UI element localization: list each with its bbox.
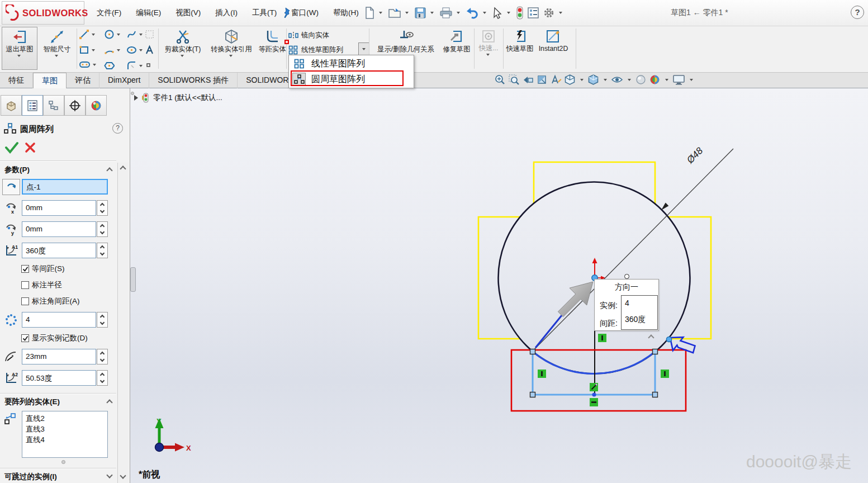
exit-sketch-button[interactable]: 退出草图 <box>2 27 37 70</box>
reverse-direction-button[interactable] <box>2 179 20 195</box>
rapid-dropdown-icon[interactable] <box>486 54 490 56</box>
select-cursor-icon[interactable] <box>490 6 505 20</box>
instant2d-button[interactable]: Instant2D <box>534 27 572 71</box>
feature-tree-root-label[interactable]: 零件1 (默认<<默认... <box>153 93 222 103</box>
slot-tool-button[interactable] <box>79 60 100 69</box>
rectangle-tool-button[interactable] <box>79 45 99 55</box>
tab-sketch[interactable]: 草图 <box>33 73 67 88</box>
skip-expand-icon[interactable] <box>106 472 112 478</box>
circle-dropdown-icon[interactable] <box>117 34 120 36</box>
mirror-entities-button[interactable]: 镜向实体 <box>288 29 329 42</box>
pin-icon[interactable] <box>282 7 292 18</box>
line-tool-button[interactable] <box>79 29 99 40</box>
feature-tree-flyout[interactable]: 零件1 (默认<<默认... <box>134 93 222 103</box>
edit-appearance-icon[interactable] <box>635 74 647 86</box>
hide-show-dropdown-icon[interactable] <box>628 79 631 81</box>
dimension-text[interactable]: Ø48 <box>684 145 705 166</box>
tab-addins[interactable]: SOLIDWORKS 插件 <box>149 73 238 88</box>
circle-tool-button[interactable] <box>104 29 124 40</box>
center-y-spinner[interactable] <box>97 221 108 237</box>
cancel-button[interactable] <box>25 142 36 153</box>
panel-scrollbar[interactable] <box>117 163 129 483</box>
menu-view[interactable]: 视图(V) <box>168 4 208 21</box>
menu-insert[interactable]: 插入(I) <box>208 4 245 21</box>
settings-gear-icon[interactable] <box>541 6 557 20</box>
fillet-tool-button[interactable] <box>126 60 146 71</box>
entity-item[interactable]: 直线2 <box>26 413 107 424</box>
rebuild-traffic-light-icon[interactable] <box>514 5 525 21</box>
total-angle-field[interactable]: 360度 <box>22 243 96 258</box>
spline-tool-button[interactable] <box>126 29 146 40</box>
display-style-dropdown-icon[interactable] <box>604 79 607 81</box>
tab-dimxpert[interactable]: DimXpert <box>99 73 149 88</box>
exit-sketch-dropdown-icon[interactable] <box>17 55 21 57</box>
show-count-checkbox[interactable]: 显示实例记数(D) <box>21 333 88 343</box>
menu-tools[interactable]: 工具(T) <box>245 4 284 21</box>
pattern-dropdown-button[interactable] <box>358 42 369 55</box>
view-settings-dropdown-icon[interactable] <box>690 79 693 81</box>
view-settings-icon[interactable] <box>672 74 685 86</box>
callout-collapse-icon[interactable] <box>649 332 653 342</box>
new-document-icon[interactable] <box>362 5 377 21</box>
apply-scene-icon[interactable] <box>649 74 661 86</box>
repair-sketch-button[interactable]: 修复草图 <box>442 27 472 71</box>
drag-arrow-icon[interactable] <box>558 282 593 317</box>
convert-entities-button[interactable]: 转换实体引用 <box>206 27 257 71</box>
offset-entities-button[interactable]: 等距实体 <box>258 27 286 71</box>
menu-file[interactable]: 文件(F) <box>89 4 129 21</box>
zoom-to-area-icon[interactable] <box>508 74 520 86</box>
save-icon[interactable] <box>412 6 428 20</box>
center-x-field[interactable]: 0mm <box>22 200 96 216</box>
confirm-button[interactable] <box>4 141 19 154</box>
ellipse-dropdown-icon[interactable] <box>139 49 143 51</box>
scroll-up-icon[interactable] <box>120 165 126 172</box>
slot-dropdown-icon[interactable] <box>93 64 96 66</box>
rectangle-dropdown-icon[interactable] <box>92 49 95 51</box>
spacing-value[interactable]: 360度 <box>622 307 657 325</box>
solidworks-logo[interactable]: SOLIDWORKS <box>2 1 84 25</box>
expand-arrow-icon[interactable] <box>134 95 138 101</box>
arc-angle-field[interactable]: 50.53度 <box>22 370 96 386</box>
tab-features[interactable]: 特征 <box>0 73 33 88</box>
spline-dropdown-icon[interactable] <box>139 34 143 36</box>
panel-tab-feature-tree[interactable] <box>1 95 22 116</box>
print-icon[interactable] <box>438 6 454 20</box>
trim-dropdown-icon[interactable] <box>181 55 184 57</box>
panel-splitter-handle[interactable] <box>130 267 136 292</box>
entities-listbox[interactable]: 直线2 直线3 直线4 <box>22 411 108 458</box>
center-y-field[interactable]: 0mm <box>22 221 96 237</box>
panel-tab-appearances[interactable] <box>86 95 107 116</box>
arc-dropdown-icon[interactable] <box>117 49 120 51</box>
entity-item[interactable]: 直线4 <box>26 434 107 445</box>
tab-evaluate[interactable]: 评估 <box>67 73 99 88</box>
panel-tab-configurations[interactable] <box>43 95 64 116</box>
fillet-dropdown-icon[interactable] <box>139 65 143 67</box>
entity-item[interactable]: 直线3 <box>26 424 107 434</box>
center-x-spinner[interactable] <box>97 200 108 216</box>
panel-tab-dimxpert[interactable] <box>64 95 86 116</box>
params-collapse-icon[interactable] <box>106 167 112 173</box>
total-angle-spinner[interactable] <box>97 243 108 258</box>
smart-dimension-button[interactable]: 智能尺寸 <box>39 27 75 71</box>
arc-angle-spinner[interactable] <box>97 370 108 386</box>
select-dropdown-icon[interactable] <box>507 12 510 14</box>
panel-tab-property-manager[interactable] <box>22 95 43 116</box>
rotation-direction-arrow[interactable] <box>665 330 698 361</box>
undo-icon[interactable] <box>464 6 481 20</box>
radius-spinner[interactable] <box>97 349 108 364</box>
arc-tool-button[interactable] <box>104 45 124 55</box>
trim-entities-button[interactable]: 剪裁实体(T) <box>161 27 205 71</box>
print-dropdown-icon[interactable] <box>457 12 460 14</box>
panel-help-button[interactable]: ? <box>112 123 123 134</box>
menu-edit[interactable]: 编辑(E) <box>129 4 168 21</box>
annotation-view-icon[interactable] <box>550 74 562 86</box>
text-tool-button[interactable] <box>144 45 155 55</box>
save-dropdown-icon[interactable] <box>430 12 434 14</box>
help-button[interactable]: ? <box>851 6 864 19</box>
direction-callout[interactable]: 方向一 实例: 间距: 4 360度 <box>594 279 659 331</box>
apply-scene-dropdown-icon[interactable] <box>665 79 668 81</box>
menu-item-linear-pattern[interactable]: 线性草图阵列 <box>289 56 414 72</box>
display-style-icon[interactable] <box>587 74 599 86</box>
previous-view-icon[interactable] <box>522 74 534 86</box>
rapid-sketch-button[interactable]: 快速草图 <box>505 27 534 71</box>
